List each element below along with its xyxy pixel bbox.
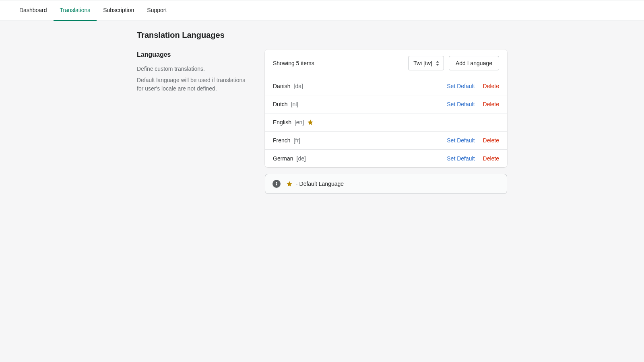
row-actions: Set DefaultDelete (447, 101, 499, 107)
language-code: [en] (295, 119, 304, 125)
sidebar-heading: Languages (137, 51, 246, 58)
legend-banner: - Default Language (265, 174, 507, 194)
languages-card: Showing 5 items Twi [tw] Add Language (265, 49, 507, 167)
tab-label: Dashboard (19, 7, 47, 13)
language-rows: Danish[da]Set DefaultDeleteDutch[nl]Set … (265, 77, 507, 167)
info-icon (272, 180, 281, 188)
page-title: Translation Languages (137, 31, 507, 40)
select-caret-icon (436, 61, 440, 66)
main-panel: Showing 5 items Twi [tw] Add Language (265, 49, 507, 194)
row-actions: Set DefaultDelete (447, 137, 499, 144)
set-default-link[interactable]: Set Default (447, 155, 475, 162)
language-name: English (273, 119, 291, 125)
button-label: Add Language (456, 60, 492, 66)
language-code: [fr] (294, 137, 300, 144)
showing-count: Showing 5 items (273, 60, 314, 66)
tab-dashboard[interactable]: Dashboard (13, 0, 54, 21)
set-default-link[interactable]: Set Default (447, 137, 475, 144)
language-code: [da] (294, 83, 303, 89)
language-row-left: Danish[da] (273, 83, 303, 89)
card-header: Showing 5 items Twi [tw] Add Language (265, 49, 507, 77)
page-content: Translation Languages Languages Define c… (137, 21, 507, 194)
row-actions: Set DefaultDelete (447, 155, 499, 162)
sidebar-desc-2: Default language will be used if transla… (137, 76, 246, 93)
language-code: [de] (297, 155, 306, 162)
selector-value: Twi [tw] (413, 60, 432, 66)
language-row: German[de]Set DefaultDelete (265, 150, 507, 167)
sidebar-desc-1: Define custom translations. (137, 65, 246, 73)
tab-translations[interactable]: Translations (54, 0, 97, 21)
legend-text: - Default Language (296, 181, 344, 187)
two-column-layout: Languages Define custom translations. De… (137, 49, 507, 194)
svg-rect-1 (276, 183, 277, 185)
delete-link[interactable]: Delete (483, 83, 499, 89)
top-nav: Dashboard Translations Subscription Supp… (0, 0, 644, 21)
tab-support[interactable]: Support (140, 0, 173, 21)
language-row: French[fr]Set DefaultDelete (265, 132, 507, 150)
header-actions: Twi [tw] Add Language (408, 56, 499, 70)
delete-link[interactable]: Delete (483, 155, 499, 162)
sidebar-description: Languages Define custom translations. De… (137, 49, 246, 96)
language-row-left: English[en] (273, 119, 314, 125)
tab-label: Support (147, 7, 167, 13)
delete-link[interactable]: Delete (483, 137, 499, 144)
language-name: Danish (273, 83, 291, 89)
row-actions: Set DefaultDelete (447, 83, 499, 89)
tab-label: Subscription (103, 7, 134, 13)
tab-label: Translations (60, 7, 91, 13)
language-row-left: German[de] (273, 155, 306, 162)
language-name: French (273, 137, 291, 144)
add-language-button[interactable]: Add Language (449, 56, 499, 70)
star-icon (286, 181, 293, 187)
language-row: Dutch[nl]Set DefaultDelete (265, 95, 507, 113)
language-row: Danish[da]Set DefaultDelete (265, 77, 507, 95)
language-selector[interactable]: Twi [tw] (408, 56, 444, 70)
language-row-left: French[fr] (273, 137, 300, 144)
language-code: [nl] (291, 101, 299, 107)
language-row-left: Dutch[nl] (273, 101, 298, 107)
set-default-link[interactable]: Set Default (447, 101, 475, 107)
star-icon (307, 119, 314, 125)
language-name: Dutch (273, 101, 288, 107)
language-row: English[en] (265, 113, 507, 132)
set-default-link[interactable]: Set Default (447, 83, 475, 89)
tab-subscription[interactable]: Subscription (97, 0, 140, 21)
svg-point-0 (276, 182, 277, 183)
language-name: German (273, 155, 293, 162)
legend-content: - Default Language (286, 181, 344, 187)
delete-link[interactable]: Delete (483, 101, 499, 107)
